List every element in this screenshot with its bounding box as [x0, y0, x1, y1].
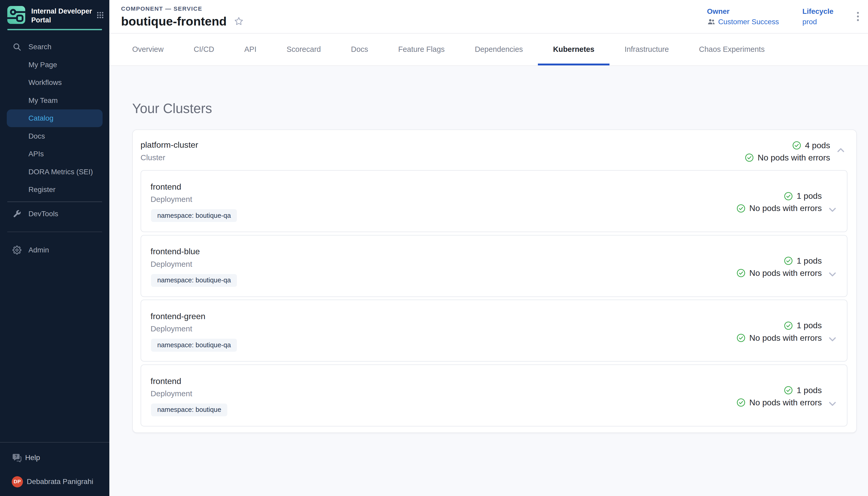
chevron-down-icon[interactable]	[827, 398, 838, 409]
workload-type: Deployment	[150, 387, 736, 400]
app-logo-icon	[7, 5, 26, 25]
tab-overview[interactable]: Overview	[117, 34, 179, 65]
sidebar-divider	[7, 232, 102, 232]
sidebar-item-label: Search	[28, 43, 51, 51]
entity-meta: Owner Customer Success	[707, 4, 862, 33]
sidebar-item-label: Docs	[28, 132, 45, 140]
namespace-chip: namespace: boutique-qa	[151, 209, 237, 222]
kebab-menu-icon[interactable]	[857, 12, 859, 21]
namespace-chip: namespace: boutique-qa	[151, 274, 237, 287]
workload-row[interactable]: frontend Deployment namespace: boutique-…	[141, 170, 848, 232]
owner-label: Owner	[707, 7, 779, 16]
workload-type: Deployment	[150, 193, 736, 205]
cluster-pods-count: 4 pods	[805, 140, 830, 151]
help-button[interactable]: ? Help	[0, 451, 109, 464]
cluster-type: Cluster	[141, 151, 745, 164]
main-area: COMPONENT — SERVICE boutique-frontend Ow…	[109, 0, 868, 496]
help-label: Help	[25, 453, 40, 462]
workload-name: frontend-blue	[150, 245, 736, 258]
sidebar-nav: Search My Page Workflows My Team Catalog…	[0, 30, 109, 259]
owner-link[interactable]: Customer Success	[718, 18, 779, 26]
check-circle-icon	[784, 321, 793, 330]
tab-cicd[interactable]: CI/CD	[179, 34, 229, 65]
chevron-down-icon[interactable]	[827, 269, 838, 280]
workload-row[interactable]: frontend Deployment namespace: boutique …	[141, 365, 848, 427]
workload-pods-count: 1 pods	[797, 255, 822, 267]
tab-chaos-experiments[interactable]: Chaos Experiments	[684, 34, 780, 65]
kubernetes-content: Your Clusters platform-cluster Cluster 4…	[109, 66, 868, 496]
tab-api[interactable]: API	[229, 34, 272, 65]
apps-grid-icon[interactable]	[97, 11, 104, 21]
workload-errors-status: No pods with errors	[749, 202, 822, 214]
sidebar-item-dora-metrics[interactable]: DORA Metrics (SEI)	[0, 163, 109, 181]
sidebar-item-label: My Page	[28, 61, 57, 69]
tab-kubernetes[interactable]: Kubernetes	[538, 34, 610, 65]
check-circle-icon	[784, 256, 793, 265]
sidebar-item-devtools[interactable]: DevTools	[0, 205, 109, 223]
sidebar-item-apis[interactable]: APIs	[0, 145, 109, 163]
check-circle-icon	[745, 153, 754, 162]
favorite-star-icon[interactable]	[234, 16, 243, 26]
sidebar-item-label: Register	[28, 185, 55, 194]
user-name: Debabrata Panigrahi	[27, 478, 93, 486]
check-circle-icon	[737, 398, 745, 407]
workload-errors-status: No pods with errors	[749, 267, 822, 279]
app-title: Internal Developer Portal	[31, 7, 97, 25]
sidebar-item-my-page[interactable]: My Page	[0, 56, 109, 74]
sidebar-item-docs[interactable]: Docs	[0, 127, 109, 145]
workload-pods-count: 1 pods	[797, 385, 822, 396]
sidebar-item-my-team[interactable]: My Team	[0, 91, 109, 109]
lifecycle-value: prod	[802, 18, 817, 26]
lifecycle-block: Lifecycle prod	[802, 7, 833, 26]
tab-feature-flags[interactable]: Feature Flags	[383, 34, 460, 65]
tab-dependencies[interactable]: Dependencies	[460, 34, 538, 65]
gear-icon	[12, 245, 21, 255]
tab-infrastructure[interactable]: Infrastructure	[610, 34, 684, 65]
sidebar-item-label: DevTools	[28, 210, 58, 218]
tab-scorecard[interactable]: Scorecard	[272, 34, 336, 65]
tab-docs[interactable]: Docs	[336, 34, 383, 65]
cluster-card: platform-cluster Cluster 4 pods	[132, 129, 857, 433]
search-icon	[12, 42, 21, 51]
lifecycle-label: Lifecycle	[802, 7, 833, 16]
workload-type: Deployment	[150, 323, 736, 335]
workload-name: frontend-green	[150, 310, 736, 323]
chevron-down-icon[interactable]	[827, 204, 838, 215]
page-title: boutique-frontend	[121, 14, 227, 28]
cluster-header-row[interactable]: platform-cluster Cluster 4 pods	[133, 130, 856, 170]
entity-header-left: COMPONENT — SERVICE boutique-frontend	[121, 4, 707, 33]
entity-header: COMPONENT — SERVICE boutique-frontend Ow…	[109, 0, 868, 34]
sidebar-item-search[interactable]: Search	[0, 38, 109, 56]
check-circle-icon	[784, 386, 793, 395]
sidebar-item-catalog[interactable]: Catalog	[7, 109, 103, 127]
sidebar-item-register[interactable]: Register	[0, 181, 109, 199]
check-circle-icon	[792, 141, 801, 150]
sidebar-item-admin[interactable]: Admin	[0, 241, 109, 259]
owner-block: Owner Customer Success	[707, 7, 779, 26]
sidebar: Internal Developer Portal Search My Pa	[0, 0, 109, 496]
workload-pods-count: 1 pods	[797, 190, 822, 202]
entity-kind-breadcrumb: COMPONENT — SERVICE	[121, 5, 707, 12]
sidebar-item-label: My Team	[28, 96, 58, 105]
user-avatar: DP	[12, 476, 23, 487]
cluster-errors-status: No pods with errors	[758, 152, 830, 164]
workload-row[interactable]: frontend-blue Deployment namespace: bout…	[141, 235, 848, 297]
chevron-up-icon[interactable]	[835, 144, 847, 156]
sidebar-item-label: Admin	[28, 246, 49, 254]
chevron-down-icon[interactable]	[827, 334, 838, 345]
workload-row[interactable]: frontend-green Deployment namespace: bou…	[141, 299, 848, 361]
namespace-chip: namespace: boutique-qa	[151, 339, 237, 352]
sidebar-item-label: Catalog	[28, 114, 53, 122]
cluster-name: platform-cluster	[141, 139, 745, 151]
namespace-chip: namespace: boutique	[151, 404, 227, 416]
workload-name: frontend	[150, 375, 736, 387]
sidebar-item-label: Workflows	[28, 78, 62, 87]
user-menu[interactable]: DP Debabrata Panigrahi	[0, 476, 109, 487]
workload-errors-status: No pods with errors	[749, 332, 822, 344]
sidebar-item-label: APIs	[28, 150, 44, 158]
workload-errors-status: No pods with errors	[749, 397, 822, 408]
sidebar-header: Internal Developer Portal	[0, 0, 109, 28]
help-chat-icon: ?	[12, 453, 22, 463]
app-window: Internal Developer Portal Search My Pa	[0, 0, 868, 496]
sidebar-item-workflows[interactable]: Workflows	[0, 74, 109, 92]
